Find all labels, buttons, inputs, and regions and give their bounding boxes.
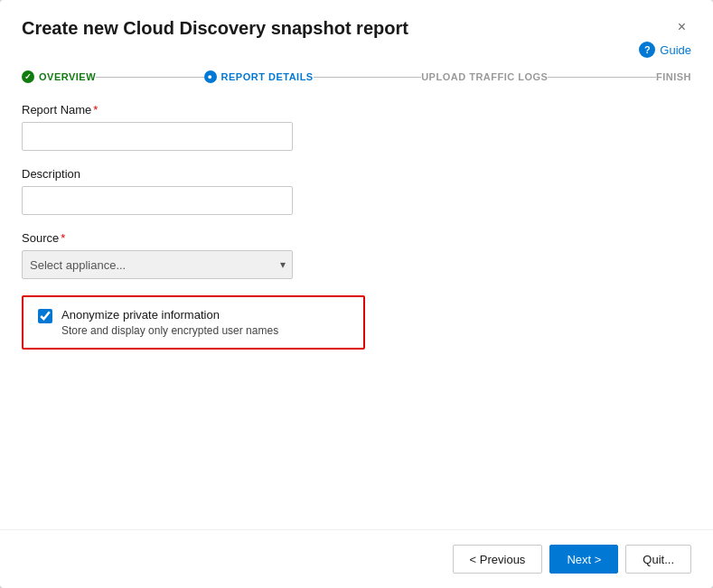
anonymize-title: Anonymize private information	[61, 308, 278, 322]
step-upload-traffic-logs: UPLOAD TRAFFIC LOGS	[421, 71, 548, 82]
step-report-details: ● REPORT DETAILS	[204, 70, 314, 83]
create-report-dialog: Create new Cloud Discovery snapshot repo…	[0, 0, 713, 588]
previous-button[interactable]: < Previous	[453, 545, 543, 574]
anonymize-subtitle: Store and display only encrypted user na…	[61, 324, 278, 337]
close-icon[interactable]: ×	[672, 18, 691, 36]
source-select-wrapper: Select appliance... ▾	[22, 250, 293, 279]
description-group: Description	[22, 167, 691, 215]
step-label-report-details: REPORT DETAILS	[221, 71, 314, 82]
wizard-stepper: ✓ OVERVIEW ● REPORT DETAILS UPLOAD TRAFF…	[0, 58, 713, 83]
dialog-footer: < Previous Next > Quit...	[0, 529, 713, 588]
step-label-upload: UPLOAD TRAFFIC LOGS	[421, 71, 548, 82]
step-dot-report-details: ●	[204, 70, 217, 83]
source-label: Source*	[22, 231, 691, 245]
report-name-label: Report Name*	[22, 103, 691, 117]
step-finish: FINISH	[656, 71, 691, 82]
anonymize-checkbox-wrapper[interactable]	[38, 309, 52, 326]
step-line-1	[96, 77, 203, 78]
next-button[interactable]: Next >	[549, 545, 618, 574]
anonymize-checkbox[interactable]	[38, 309, 52, 323]
source-required: *	[61, 231, 65, 245]
anonymize-box: Anonymize private information Store and …	[22, 295, 365, 350]
guide-link[interactable]: ? Guide	[639, 42, 691, 58]
anonymize-text: Anonymize private information Store and …	[61, 308, 278, 337]
report-name-input[interactable]	[22, 122, 293, 151]
dialog-title: Create new Cloud Discovery snapshot repo…	[22, 18, 408, 39]
step-label-finish: FINISH	[656, 71, 691, 82]
description-label: Description	[22, 167, 691, 181]
guide-label: Guide	[660, 43, 691, 57]
step-line-2	[314, 77, 421, 78]
step-label-overview: OVERVIEW	[39, 71, 96, 82]
source-select[interactable]: Select appliance...	[22, 250, 293, 279]
report-name-required: *	[93, 103, 98, 117]
report-name-group: Report Name*	[22, 103, 691, 151]
description-input[interactable]	[22, 186, 293, 215]
source-group: Source* Select appliance... ▾	[22, 231, 691, 279]
quit-button[interactable]: Quit...	[625, 545, 691, 574]
step-dot-overview: ✓	[22, 70, 34, 83]
step-line-3	[548, 77, 655, 78]
guide-question-icon: ?	[639, 42, 655, 58]
form-area: Report Name* Description Source* Select …	[0, 83, 713, 529]
step-overview: ✓ OVERVIEW	[22, 70, 96, 83]
